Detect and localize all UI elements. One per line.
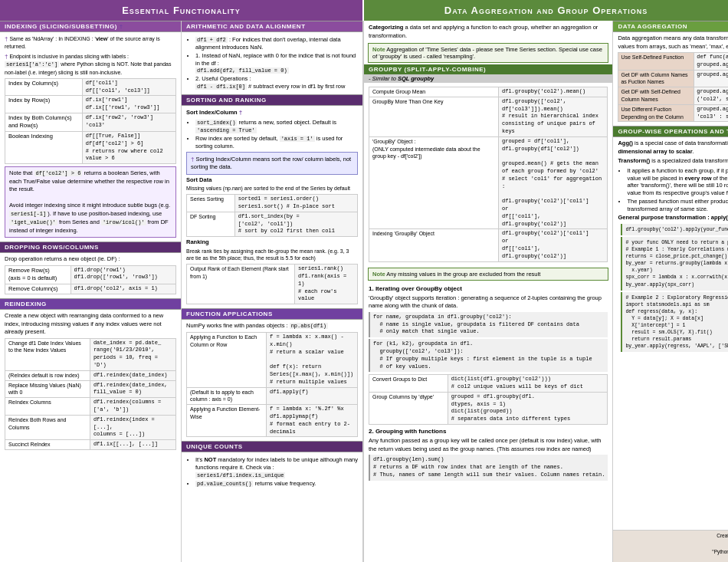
agg-diff-func-label: Use Different Fuction Depending on the C… bbox=[618, 104, 694, 122]
indexing-section: Indexing (Slicing/Subsetting) † † Same a… bbox=[0, 21, 181, 242]
agg-self-def-code: def func(array): ...grouped.agg(func) bbox=[694, 53, 728, 71]
groupby-title: GroupBy (Split-Apply-Combine) bbox=[369, 66, 486, 73]
reindex-succinct-label: Succinct ReIndex bbox=[5, 440, 90, 450]
apply-default-code: df1.apply(f) bbox=[267, 387, 358, 405]
table-row: Boolean Indexing df[[True, False]]df[df[… bbox=[5, 131, 176, 163]
arithmetic-list: df1 + df2 : For indices that don't overl… bbox=[186, 36, 358, 90]
main-header: Essential Functionality Data Aggregation… bbox=[0, 0, 728, 21]
agg-col-names-label: Get DF with Column Names as Fuction Name… bbox=[618, 70, 694, 87]
transform-item-1: It applies a function to each group, if … bbox=[627, 167, 728, 197]
apply-func-code: f = lambda x: x.max() - x.min()# return … bbox=[267, 332, 358, 387]
reindex-date-code: date_index = pd.date_range('01/23/2010',… bbox=[90, 338, 175, 370]
agg-diff-func-code: grouped.agg({'col1' : [min, max], 'col3'… bbox=[694, 104, 728, 122]
agg-desc: Agg() is a special case of data transfor… bbox=[618, 140, 728, 156]
reindex-fillval-code: df1.reindex(date_index,fill_value = 0) bbox=[90, 380, 175, 398]
groupby-obj-code: grouped = df['col1'],dfl.groupby(df1['co… bbox=[499, 136, 608, 229]
index-col-code: df['col1']df[['col1', 'col3']] bbox=[82, 78, 175, 96]
general-apply-header: General purpose transformation : apply() bbox=[618, 214, 728, 222]
table-row: Indexing 'GroupBy' Object dfl.groupby('c… bbox=[369, 229, 608, 261]
table-row: Compute Group Mean dfl.groupby('col2').m… bbox=[369, 87, 608, 97]
indexing-dagger: † bbox=[120, 23, 123, 30]
unique-counts-list: It's NOT mandatory for index labels to b… bbox=[186, 456, 358, 488]
left-header: Essential Functionality bbox=[0, 0, 364, 21]
function-apps-header: Function Applications bbox=[182, 308, 362, 320]
arithmetic-body: df1 + df2 : For indices that don't overl… bbox=[182, 32, 362, 94]
index-col-label: Index by Column(s) bbox=[5, 78, 83, 96]
table-row: Get DF with Column Names as Fuction Name… bbox=[618, 70, 728, 87]
arith-item-1: df1 + df2 : For indices that don't overl… bbox=[195, 36, 358, 51]
left-col-2: Arithmetic and Data Alignment df1 + df2 … bbox=[182, 21, 362, 562]
right-panel: Categorizing a data set and applying a f… bbox=[364, 21, 728, 562]
table-row: Convert Groups to Dict dict(list(dfl.gro… bbox=[369, 375, 608, 393]
data-agg-section: Data Aggregation Data aggregation means … bbox=[613, 21, 728, 126]
page: Essential Functionality Data Aggregation… bbox=[0, 0, 728, 562]
table-row: Applying a Function Element-Wise f = lam… bbox=[187, 405, 358, 437]
indexing-header: Indexing (Slicing/Subsetting) † bbox=[0, 21, 181, 32]
remove-row-label: Remove Row(s)(axis = 0 is default) bbox=[5, 265, 71, 284]
footer-website: www.datasciencefree.com bbox=[618, 538, 728, 544]
col2-note: Note that df['col2'] > 6 returns a boole… bbox=[5, 166, 176, 238]
footer-updated: Updated: August 22, 2016 bbox=[618, 554, 728, 560]
dropping-desc: Drop operation returns a new object (ie.… bbox=[5, 255, 176, 264]
reindex-fillval-label: Replace Missing Values (NaN) with 0 bbox=[5, 380, 90, 398]
sort-item-2: Row index are sorted by default, 'axis =… bbox=[195, 135, 358, 150]
right-side-col: Data Aggregation Data aggregation means … bbox=[613, 21, 728, 562]
group-mean-code: dfl.groupby('col2').mean() bbox=[499, 87, 608, 97]
dagger-note-2: † Endpoint is inclusive in pandas slicin… bbox=[5, 52, 176, 77]
table-row: ReIndex Both Rows and Columns df1.reinde… bbox=[5, 415, 176, 439]
data-agg-title: Data Aggregation bbox=[618, 23, 687, 30]
index-row-label: Index by Row(s) bbox=[5, 96, 83, 113]
right-inner: Categorizing a data set and applying a f… bbox=[364, 21, 728, 562]
series-sort-code: sorted1 = series1.order()series1.sort() … bbox=[234, 195, 357, 212]
table-row: Output Rank of Each Element (Rank start … bbox=[187, 265, 358, 304]
agg-self-def-label: Use Self-Defined Function bbox=[618, 53, 694, 71]
remove-row-code: df1.drop('row1')df1.drop(['row1', 'row3'… bbox=[71, 265, 175, 284]
bool-index-code: df[[True, False]]df[df['col2'] > 6]# ret… bbox=[82, 131, 175, 163]
ranking-header: Ranking bbox=[186, 238, 358, 247]
apply-code-2: # your func ONLY need to return a pandas… bbox=[621, 237, 728, 291]
reindex-succinct-code: df1.ix[[...], [...]] bbox=[90, 440, 175, 450]
ranking-table: Output Rank of Each Element (Rank start … bbox=[186, 264, 358, 304]
right-main-col: Categorizing a data set and applying a f… bbox=[364, 21, 613, 562]
groupby-body: Compute Group Mean dfl.groupby('col2').m… bbox=[364, 83, 612, 266]
table-row: 'GroupBy' Object :(ONLY computed interme… bbox=[369, 136, 608, 229]
df-sort-code: df1.sort_index(by =['col2', 'col1'])# so… bbox=[234, 212, 357, 236]
table-row: GroupBy More Than One Key dfl.groupby(['… bbox=[369, 97, 608, 136]
groupby-header: GroupBy (Split-Apply-Combine) bbox=[364, 64, 612, 74]
indexing-title: Indexing (Slicing/Subsetting) bbox=[5, 23, 117, 30]
sort-data-header: Sort Data bbox=[186, 176, 358, 185]
arith-item-3: 2. Useful Operations :df1 - df1.ix[0] # … bbox=[195, 75, 358, 90]
apply-code-1: dfl.groupby('col2').apply(your_func) bbox=[621, 224, 728, 235]
sorting-title: Sorting and Ranking bbox=[186, 97, 267, 104]
sorting-body: Sort Index/Column † sort_index() returns… bbox=[182, 106, 362, 308]
unique-counts-header: Unique Counts bbox=[182, 441, 362, 452]
bool-index-label: Boolean Indexing bbox=[5, 131, 83, 163]
table-row: (Default is to apply to each column : ax… bbox=[187, 387, 358, 405]
arith-item-2: 1. Instead of NaN, replace with 0 for th… bbox=[195, 52, 358, 75]
iterating-code1: for name, groupdata in dfl.groupby('col2… bbox=[369, 312, 608, 337]
right-intro: Categorizing a data set and applying a f… bbox=[364, 21, 612, 41]
reindexing-table: Change df1 Date Index Values to the New … bbox=[5, 338, 176, 450]
index-row-code: df.ix['row1']df.ix[['row1', 'row3']] bbox=[82, 96, 175, 113]
unique-counts-title: Unique Counts bbox=[186, 443, 243, 450]
reindex-cols-code: df1.reindex(columns =['a', 'b']) bbox=[90, 398, 175, 416]
dropping-title: Dropping Rows/Columns bbox=[5, 244, 99, 251]
arithmetic-section: Arithmetic and Data Alignment df1 + df2 … bbox=[182, 21, 362, 94]
ranking-desc: Break rank ties by assigning each tie-gr… bbox=[186, 248, 358, 263]
df-sort-label: DF Sorting bbox=[187, 212, 235, 236]
reindex-both-label: ReIndex Both Rows and Columns bbox=[5, 415, 90, 439]
groupby-obj-label: 'GroupBy' Object :(ONLY computed interme… bbox=[369, 136, 499, 229]
table-row: (ReIndex default is row index) df1.reind… bbox=[5, 370, 176, 380]
footer-based: Based on content from bbox=[618, 544, 728, 549]
remove-col-code: df1.drop('col2', axis = 1) bbox=[71, 284, 175, 294]
group-multikey-label: GroupBy More Than One Key bbox=[369, 97, 499, 136]
group-multikey-code: dfl.groupby(['col2', df['col3']]).mean()… bbox=[499, 97, 608, 136]
table-row: Succinct ReIndex df1.ix[[...], [...]] bbox=[5, 440, 176, 450]
reindexing-desc: Create a new object with rearranging dat… bbox=[5, 312, 176, 337]
dropping-body: Drop operation returns a new object (ie.… bbox=[0, 253, 181, 298]
index-both-code: df.ix['row2', 'row3']'col3' bbox=[82, 113, 175, 131]
grouping2-desc: Any function passed as a group key will … bbox=[369, 437, 608, 453]
table-row: ReIndex Columns df1.reindex(columns =['a… bbox=[5, 398, 176, 416]
footer-book: "Python for Data Analysis" by Wes McKinn… bbox=[618, 549, 728, 554]
numpy-note: NumPy works fine with pandas objects : n… bbox=[186, 322, 358, 330]
